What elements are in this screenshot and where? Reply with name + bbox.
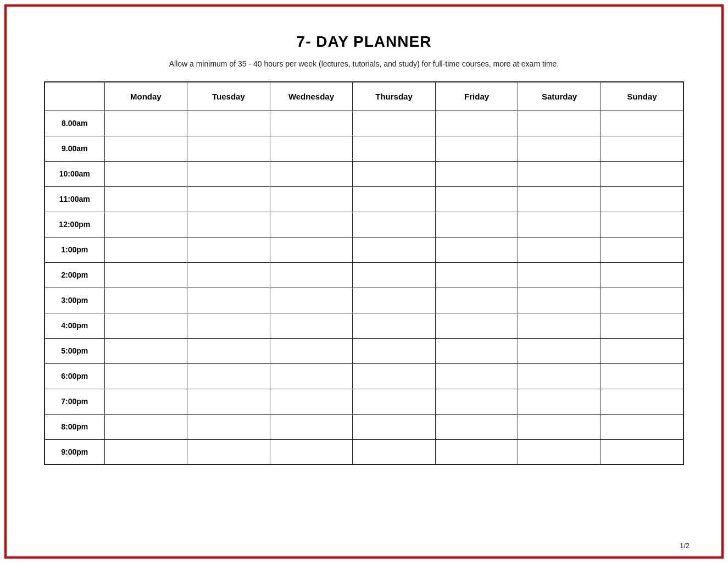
slot-tuesday-13[interactable] <box>187 439 270 465</box>
slot-monday-8[interactable] <box>104 313 187 338</box>
slot-thursday-6[interactable] <box>353 262 436 288</box>
slot-saturday-1[interactable] <box>518 136 601 161</box>
slot-wednesday-2[interactable] <box>270 161 353 186</box>
slot-tuesday-5[interactable] <box>187 237 270 262</box>
slot-wednesday-11[interactable] <box>270 389 353 414</box>
slot-friday-2[interactable] <box>435 161 518 186</box>
slot-thursday-1[interactable] <box>353 136 436 161</box>
slot-wednesday-0[interactable] <box>270 111 353 136</box>
slot-thursday-2[interactable] <box>353 161 436 186</box>
slot-wednesday-13[interactable] <box>270 439 353 465</box>
slot-saturday-4[interactable] <box>518 212 601 237</box>
slot-friday-13[interactable] <box>435 439 518 465</box>
slot-friday-5[interactable] <box>435 237 518 262</box>
slot-sunday-8[interactable] <box>601 313 683 338</box>
slot-saturday-10[interactable] <box>518 363 601 389</box>
slot-tuesday-0[interactable] <box>187 111 270 136</box>
slot-saturday-0[interactable] <box>518 111 601 136</box>
slot-friday-9[interactable] <box>435 338 518 363</box>
slot-wednesday-1[interactable] <box>270 136 353 161</box>
slot-sunday-5[interactable] <box>601 237 683 262</box>
slot-tuesday-10[interactable] <box>187 363 270 389</box>
slot-wednesday-10[interactable] <box>270 363 353 389</box>
slot-saturday-6[interactable] <box>518 262 601 288</box>
slot-thursday-12[interactable] <box>353 414 436 439</box>
slot-tuesday-3[interactable] <box>187 186 270 212</box>
slot-saturday-2[interactable] <box>518 161 601 186</box>
slot-wednesday-3[interactable] <box>270 186 353 212</box>
slot-monday-9[interactable] <box>104 338 187 363</box>
slot-monday-3[interactable] <box>104 186 187 212</box>
slot-friday-11[interactable] <box>435 389 518 414</box>
slot-monday-6[interactable] <box>104 262 187 288</box>
slot-tuesday-6[interactable] <box>187 262 270 288</box>
slot-tuesday-12[interactable] <box>187 414 270 439</box>
slot-saturday-12[interactable] <box>518 414 601 439</box>
slot-monday-1[interactable] <box>104 136 187 161</box>
slot-thursday-7[interactable] <box>353 288 436 313</box>
slot-friday-3[interactable] <box>435 186 518 212</box>
slot-wednesday-8[interactable] <box>270 313 353 338</box>
slot-thursday-10[interactable] <box>353 363 436 389</box>
slot-tuesday-11[interactable] <box>187 389 270 414</box>
slot-tuesday-7[interactable] <box>187 288 270 313</box>
slot-monday-10[interactable] <box>104 363 187 389</box>
slot-monday-4[interactable] <box>104 212 187 237</box>
slot-sunday-3[interactable] <box>601 186 683 212</box>
slot-monday-11[interactable] <box>104 389 187 414</box>
slot-saturday-5[interactable] <box>518 237 601 262</box>
slot-friday-0[interactable] <box>435 111 518 136</box>
slot-saturday-11[interactable] <box>518 389 601 414</box>
slot-sunday-2[interactable] <box>601 161 683 186</box>
slot-thursday-8[interactable] <box>353 313 436 338</box>
slot-monday-7[interactable] <box>104 288 187 313</box>
slot-friday-4[interactable] <box>435 212 518 237</box>
slot-sunday-9[interactable] <box>601 338 683 363</box>
slot-saturday-8[interactable] <box>518 313 601 338</box>
slot-wednesday-6[interactable] <box>270 262 353 288</box>
slot-sunday-10[interactable] <box>601 363 683 389</box>
slot-monday-13[interactable] <box>104 439 187 465</box>
slot-wednesday-12[interactable] <box>270 414 353 439</box>
slot-thursday-3[interactable] <box>353 186 436 212</box>
slot-sunday-0[interactable] <box>601 111 683 136</box>
slot-thursday-5[interactable] <box>353 237 436 262</box>
slot-sunday-12[interactable] <box>601 414 683 439</box>
slot-friday-10[interactable] <box>435 363 518 389</box>
slot-sunday-11[interactable] <box>601 389 683 414</box>
slot-tuesday-1[interactable] <box>187 136 270 161</box>
slot-saturday-7[interactable] <box>518 288 601 313</box>
page-title: 7- DAY PLANNER <box>297 33 432 51</box>
slot-monday-5[interactable] <box>104 237 187 262</box>
slot-tuesday-9[interactable] <box>187 338 270 363</box>
slot-monday-2[interactable] <box>104 161 187 186</box>
slot-friday-8[interactable] <box>435 313 518 338</box>
slot-friday-6[interactable] <box>435 262 518 288</box>
slot-friday-1[interactable] <box>435 136 518 161</box>
slot-wednesday-9[interactable] <box>270 338 353 363</box>
time-cell: 8.00am <box>45 111 104 136</box>
slot-saturday-3[interactable] <box>518 186 601 212</box>
slot-sunday-1[interactable] <box>601 136 683 161</box>
slot-friday-12[interactable] <box>435 414 518 439</box>
slot-saturday-13[interactable] <box>518 439 601 465</box>
slot-thursday-13[interactable] <box>353 439 436 465</box>
slot-sunday-13[interactable] <box>601 439 683 465</box>
slot-thursday-9[interactable] <box>353 338 436 363</box>
slot-friday-7[interactable] <box>435 288 518 313</box>
slot-wednesday-5[interactable] <box>270 237 353 262</box>
slot-wednesday-7[interactable] <box>270 288 353 313</box>
slot-monday-12[interactable] <box>104 414 187 439</box>
slot-thursday-0[interactable] <box>353 111 436 136</box>
slot-monday-0[interactable] <box>104 111 187 136</box>
slot-saturday-9[interactable] <box>518 338 601 363</box>
slot-sunday-4[interactable] <box>601 212 683 237</box>
slot-thursday-11[interactable] <box>353 389 436 414</box>
slot-tuesday-2[interactable] <box>187 161 270 186</box>
slot-thursday-4[interactable] <box>353 212 436 237</box>
slot-sunday-7[interactable] <box>601 288 683 313</box>
slot-tuesday-8[interactable] <box>187 313 270 338</box>
slot-tuesday-4[interactable] <box>187 212 270 237</box>
slot-sunday-6[interactable] <box>601 262 683 288</box>
slot-wednesday-4[interactable] <box>270 212 353 237</box>
